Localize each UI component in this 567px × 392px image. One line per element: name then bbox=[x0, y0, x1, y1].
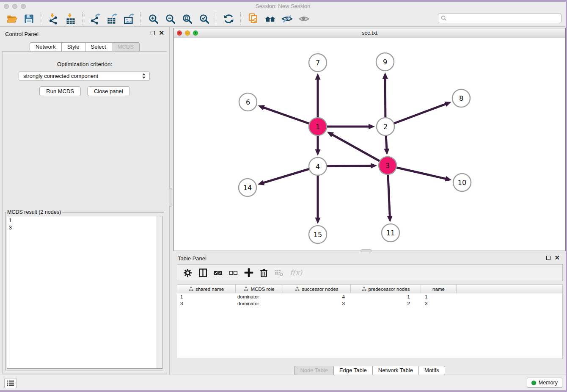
table-header-row: shared name MCDS role successor nodes pr… bbox=[177, 285, 562, 293]
cell-name[interactable]: 1 bbox=[421, 294, 457, 299]
stepper-arrows-icon bbox=[140, 73, 149, 79]
zoom-selected-button[interactable] bbox=[196, 12, 212, 25]
memory-status-icon bbox=[531, 381, 536, 385]
network-view-window: × − + scc.txt 1234678910111415 bbox=[173, 28, 566, 251]
search-icon bbox=[441, 15, 447, 21]
split-columns-icon bbox=[198, 268, 208, 278]
zoom-in-button[interactable] bbox=[146, 12, 161, 25]
graph-node-label: 4 bbox=[316, 163, 320, 171]
main-titlebar[interactable]: Session: New Session bbox=[0, 2, 566, 11]
column-type-icon bbox=[189, 287, 193, 291]
control-panel-title: Control Panel bbox=[5, 31, 39, 37]
float-table-panel-icon[interactable] bbox=[546, 256, 550, 260]
tab-node-table[interactable]: Node Table bbox=[294, 366, 334, 375]
column-header-name[interactable]: name bbox=[421, 285, 457, 293]
column-header-successor-nodes[interactable]: successor nodes bbox=[283, 285, 351, 293]
window-title: Session: New Session bbox=[0, 3, 566, 9]
search-field[interactable] bbox=[438, 13, 561, 23]
show-all-button[interactable] bbox=[296, 12, 311, 25]
criterion-dropdown[interactable]: strongly connected component bbox=[19, 71, 150, 81]
graph-node-label: 1 bbox=[316, 123, 320, 131]
export-table-button[interactable] bbox=[104, 12, 119, 25]
refresh-button[interactable] bbox=[221, 12, 236, 25]
tab-motifs[interactable]: Motifs bbox=[419, 366, 445, 375]
toolbar-separator bbox=[140, 12, 141, 25]
cell-shared-name[interactable]: 3 bbox=[177, 301, 236, 306]
delete-table-button[interactable] bbox=[273, 266, 285, 279]
cell-predecessor-nodes[interactable]: 1 bbox=[351, 294, 421, 299]
delete-column-button[interactable] bbox=[258, 266, 270, 279]
export-network-button[interactable] bbox=[87, 12, 102, 25]
save-session-button[interactable] bbox=[21, 12, 36, 25]
cell-shared-name[interactable]: 1 bbox=[177, 294, 236, 299]
import-table-button[interactable] bbox=[63, 12, 78, 25]
tab-style[interactable]: Style bbox=[62, 42, 85, 52]
cell-successor-nodes[interactable]: 4 bbox=[283, 294, 351, 299]
refresh-icon bbox=[223, 13, 234, 25]
cell-mcds-role[interactable]: dominator bbox=[236, 294, 283, 299]
graph-node-label: 10 bbox=[458, 179, 466, 187]
table-row[interactable]: 3 dominator 3 2 3 bbox=[177, 300, 562, 307]
vertical-splitter-handle[interactable] bbox=[169, 188, 172, 207]
image-export-icon bbox=[123, 13, 135, 25]
task-history-button[interactable] bbox=[4, 378, 17, 388]
first-neighbors-button[interactable] bbox=[262, 12, 278, 25]
tab-network[interactable]: Network bbox=[30, 42, 62, 52]
graph-edge-2-8[interactable] bbox=[385, 104, 446, 127]
cell-successor-nodes[interactable]: 3 bbox=[283, 301, 351, 306]
tab-network-table[interactable]: Network Table bbox=[373, 366, 419, 375]
network-export-icon bbox=[89, 13, 101, 25]
search-input[interactable] bbox=[447, 15, 561, 22]
column-type-icon bbox=[362, 287, 366, 291]
cell-name[interactable]: 3 bbox=[421, 301, 457, 306]
horizontal-splitter-handle[interactable] bbox=[361, 249, 372, 252]
floppy-disk-icon bbox=[23, 13, 35, 25]
import-network-button[interactable] bbox=[46, 12, 61, 25]
cell-predecessor-nodes[interactable]: 2 bbox=[351, 301, 421, 306]
network-from-selection-button[interactable] bbox=[245, 12, 261, 25]
optimization-criterion-label: Optimization criterion: bbox=[3, 61, 167, 67]
graph-node-label: 11 bbox=[386, 229, 395, 237]
clone-network-icon bbox=[248, 13, 259, 25]
criterion-value: strongly connected component bbox=[19, 73, 140, 79]
memory-button[interactable]: Memory bbox=[527, 378, 562, 388]
float-panel-icon[interactable] bbox=[151, 31, 155, 35]
toolbar-separator bbox=[41, 12, 41, 25]
tab-select[interactable]: Select bbox=[85, 42, 112, 52]
result-scrollbar[interactable] bbox=[157, 216, 162, 368]
run-mcds-button[interactable]: Run MCDS bbox=[39, 86, 81, 96]
deselect-all-rows-button[interactable] bbox=[227, 266, 239, 279]
table-row[interactable]: 1 dominator 4 1 1 bbox=[177, 293, 562, 300]
graph-node-label: 9 bbox=[383, 58, 387, 66]
magnifier-fit-icon bbox=[182, 13, 193, 25]
show-column-panel-button[interactable] bbox=[197, 266, 209, 279]
close-panel-icon[interactable]: ✕ bbox=[159, 30, 164, 36]
table-settings-button[interactable] bbox=[182, 266, 194, 279]
close-table-panel-icon[interactable]: ✕ bbox=[554, 255, 560, 260]
tab-edge-table[interactable]: Edge Table bbox=[334, 366, 373, 375]
export-image-button[interactable] bbox=[121, 12, 136, 25]
graph-edge-3-1[interactable] bbox=[332, 135, 388, 166]
select-all-icon bbox=[213, 268, 223, 278]
function-builder-button[interactable]: f(x) bbox=[290, 268, 302, 277]
mcds-result-list[interactable]: 1 3 bbox=[7, 216, 162, 369]
select-all-rows-button[interactable] bbox=[212, 266, 224, 279]
network-canvas[interactable]: 1234678910111415 bbox=[174, 38, 565, 251]
zoom-out-button[interactable] bbox=[162, 12, 178, 25]
tab-mcds[interactable]: MCDS bbox=[112, 42, 140, 52]
add-column-button[interactable] bbox=[242, 266, 255, 279]
toolbar-separator bbox=[82, 12, 83, 25]
network-view-title: scc.txt bbox=[174, 30, 565, 36]
column-header-predecessor-nodes[interactable]: predecessor nodes bbox=[351, 285, 421, 293]
network-window-titlebar[interactable]: × − + scc.txt bbox=[174, 28, 565, 38]
close-panel-button[interactable]: Close panel bbox=[87, 86, 130, 96]
table-import-icon bbox=[65, 13, 76, 25]
column-header-mcds-role[interactable]: MCDS role bbox=[236, 285, 283, 293]
open-session-button[interactable] bbox=[4, 12, 19, 25]
cell-mcds-role[interactable]: dominator bbox=[236, 301, 283, 306]
graph-node-label: 8 bbox=[459, 94, 463, 102]
zoom-fit-button[interactable] bbox=[179, 12, 195, 25]
table-panel-title: Table Panel bbox=[178, 255, 206, 262]
hide-selected-button[interactable] bbox=[279, 12, 295, 25]
column-header-shared-name[interactable]: shared name bbox=[177, 285, 236, 293]
